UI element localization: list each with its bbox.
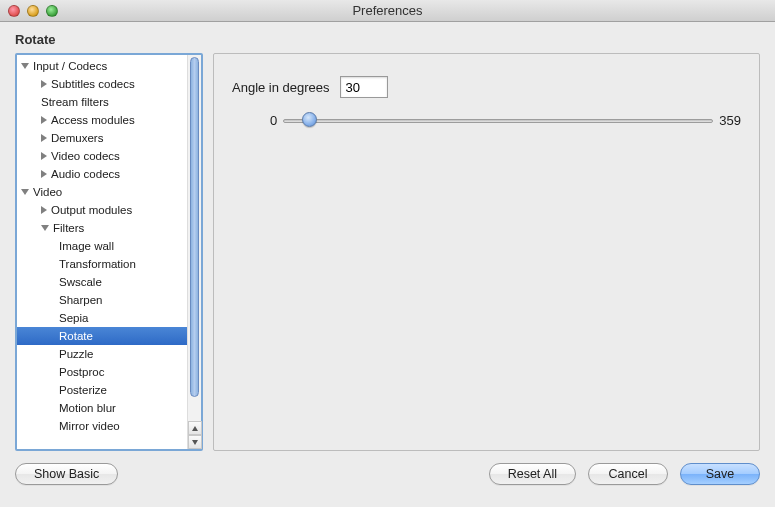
- tree-item[interactable]: Transformation: [17, 255, 187, 273]
- tree-item[interactable]: Postproc: [17, 363, 187, 381]
- tree-item-label: Posterize: [59, 384, 107, 396]
- tree-item[interactable]: Audio codecs: [17, 165, 187, 183]
- sidebar-tree: Input / CodecsSubtitles codecsStream fil…: [15, 53, 203, 451]
- tree-item[interactable]: Access modules: [17, 111, 187, 129]
- tree-item[interactable]: Demuxers: [17, 129, 187, 147]
- chevron-down-icon[interactable]: [21, 63, 29, 69]
- tree-item-label: Rotate: [59, 330, 93, 342]
- tree-item[interactable]: Mirror video: [17, 417, 187, 435]
- tree-item[interactable]: Filters: [17, 219, 187, 237]
- tree-item-label: Motion blur: [59, 402, 116, 414]
- tree-item[interactable]: Motion blur: [17, 399, 187, 417]
- chevron-right-icon[interactable]: [41, 170, 47, 178]
- tree-item[interactable]: Puzzle: [17, 345, 187, 363]
- tree-item-label: Image wall: [59, 240, 114, 252]
- slider-knob[interactable]: [302, 112, 317, 127]
- slider-min-label: 0: [270, 113, 277, 128]
- tree-item-label: Input / Codecs: [33, 60, 107, 72]
- footer: Show Basic Reset All Cancel Save: [0, 451, 775, 485]
- tree-item-label: Audio codecs: [51, 168, 120, 180]
- tree-item-label: Mirror video: [59, 420, 120, 432]
- angle-label: Angle in degrees: [232, 80, 330, 95]
- tree-item[interactable]: Swscale: [17, 273, 187, 291]
- window-title: Preferences: [0, 3, 775, 18]
- chevron-right-icon[interactable]: [41, 152, 47, 160]
- scroll-up-icon[interactable]: [188, 421, 202, 435]
- tree-item-label: Filters: [53, 222, 84, 234]
- tree-item[interactable]: Sepia: [17, 309, 187, 327]
- tree-item[interactable]: Image wall: [17, 237, 187, 255]
- tree-item-label: Puzzle: [59, 348, 94, 360]
- tree-item-label: Subtitles codecs: [51, 78, 135, 90]
- tree-item[interactable]: Sharpen: [17, 291, 187, 309]
- tree-item-label: Sharpen: [59, 294, 102, 306]
- titlebar: Preferences: [0, 0, 775, 22]
- tree-item[interactable]: Video: [17, 183, 187, 201]
- tree-item-label: Video codecs: [51, 150, 120, 162]
- page-title: Rotate: [15, 32, 760, 47]
- tree-item[interactable]: Video codecs: [17, 147, 187, 165]
- settings-panel: Angle in degrees 0 359: [213, 53, 760, 451]
- tree-item-label: Demuxers: [51, 132, 103, 144]
- tree-item[interactable]: Rotate: [17, 327, 187, 345]
- tree-item[interactable]: Output modules: [17, 201, 187, 219]
- chevron-right-icon[interactable]: [41, 206, 47, 214]
- scrollbar-thumb[interactable]: [190, 57, 199, 397]
- tree-item[interactable]: Input / Codecs: [17, 57, 187, 75]
- slider-max-label: 359: [719, 113, 741, 128]
- tree-item-label: Swscale: [59, 276, 102, 288]
- reset-all-button[interactable]: Reset All: [489, 463, 576, 485]
- content: Rotate Input / CodecsSubtitles codecsStr…: [0, 22, 775, 451]
- tree-item-label: Transformation: [59, 258, 136, 270]
- cancel-button[interactable]: Cancel: [588, 463, 668, 485]
- show-basic-button[interactable]: Show Basic: [15, 463, 118, 485]
- scrollbar[interactable]: [187, 55, 201, 449]
- tree-item-label: Access modules: [51, 114, 135, 126]
- chevron-down-icon[interactable]: [41, 225, 49, 231]
- tree-item[interactable]: Stream filters: [17, 93, 187, 111]
- tree-item-label: Video: [33, 186, 62, 198]
- tree-item[interactable]: Subtitles codecs: [17, 75, 187, 93]
- angle-slider[interactable]: [283, 110, 713, 130]
- tree-item-label: Output modules: [51, 204, 132, 216]
- chevron-right-icon[interactable]: [41, 134, 47, 142]
- chevron-right-icon[interactable]: [41, 80, 47, 88]
- chevron-down-icon[interactable]: [21, 189, 29, 195]
- scroll-down-icon[interactable]: [188, 435, 202, 449]
- tree-item-label: Sepia: [59, 312, 88, 324]
- save-button[interactable]: Save: [680, 463, 760, 485]
- tree-item[interactable]: Posterize: [17, 381, 187, 399]
- tree-item-label: Stream filters: [41, 96, 109, 108]
- angle-input[interactable]: [340, 76, 388, 98]
- slider-track: [283, 119, 713, 123]
- chevron-right-icon[interactable]: [41, 116, 47, 124]
- tree-item-label: Postproc: [59, 366, 104, 378]
